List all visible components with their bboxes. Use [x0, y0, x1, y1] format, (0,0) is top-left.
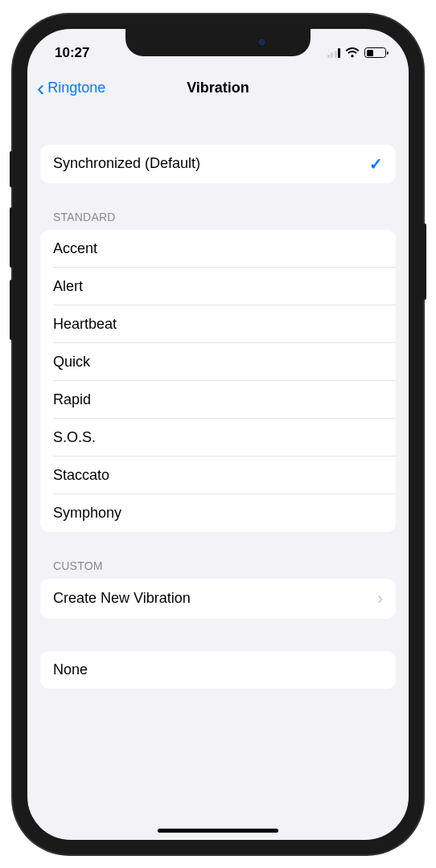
notch [125, 29, 311, 56]
status-time: 10:27 [55, 45, 89, 61]
nav-bar: ‹ Ringtone Vibration [27, 69, 409, 108]
cellular-icon [327, 48, 341, 58]
custom-group: Create New Vibration › [40, 579, 396, 619]
option-label: Alert [53, 278, 83, 295]
option-label: Staccato [53, 467, 109, 484]
chevron-left-icon: ‹ [37, 77, 44, 100]
vibration-option-synchronized[interactable]: Synchronized (Default) ✓ [40, 145, 396, 183]
option-label: Symphony [53, 505, 121, 522]
chevron-right-icon: › [377, 588, 383, 609]
status-icons [327, 47, 387, 58]
option-label: Heartbeat [53, 316, 117, 333]
create-new-vibration-button[interactable]: Create New Vibration › [40, 579, 396, 619]
none-group: None [40, 651, 396, 689]
option-label: S.O.S. [53, 429, 96, 446]
standard-group: Accent Alert Heartbeat Quick Rapid S.O.S… [40, 230, 396, 532]
battery-icon [364, 47, 386, 58]
option-label: Quick [53, 354, 90, 371]
option-label: Synchronized (Default) [53, 155, 200, 172]
create-label: Create New Vibration [53, 590, 191, 607]
phone-frame: 10:27 ‹ Ringtone Vibration [13, 14, 423, 854]
checkmark-icon: ✓ [369, 154, 383, 174]
home-indicator[interactable] [158, 829, 278, 833]
standard-header: STANDARD [40, 204, 396, 230]
custom-header: CUSTOM [40, 553, 396, 579]
vibration-option-accent[interactable]: Accent [40, 230, 396, 268]
side-button [423, 223, 426, 300]
vibration-option-alert[interactable]: Alert [40, 268, 396, 305]
vibration-option-rapid[interactable]: Rapid [40, 381, 396, 419]
wifi-icon [345, 47, 360, 58]
vibration-option-sos[interactable]: S.O.S. [40, 419, 396, 457]
option-label: None [53, 661, 88, 678]
vibration-option-quick[interactable]: Quick [40, 343, 396, 381]
back-button[interactable]: ‹ Ringtone [37, 77, 105, 100]
option-label: Rapid [53, 391, 91, 408]
vibration-option-staccato[interactable]: Staccato [40, 457, 396, 494]
vibration-option-none[interactable]: None [40, 651, 396, 689]
vibration-option-symphony[interactable]: Symphony [40, 494, 396, 532]
back-label: Ringtone [47, 80, 105, 96]
front-camera [257, 38, 266, 47]
vibration-option-heartbeat[interactable]: Heartbeat [40, 305, 396, 343]
battery-level [367, 50, 373, 56]
option-label: Accent [53, 240, 97, 257]
content-scroll[interactable]: Synchronized (Default) ✓ STANDARD Accent… [27, 108, 409, 840]
screen: 10:27 ‹ Ringtone Vibration [27, 29, 409, 840]
default-group: Synchronized (Default) ✓ [40, 145, 396, 183]
